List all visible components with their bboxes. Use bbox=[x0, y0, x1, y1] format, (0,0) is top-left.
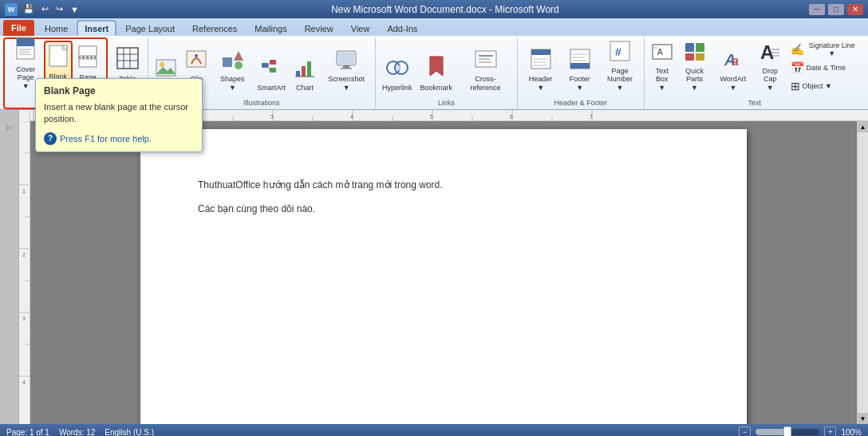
object-label: Object ▼ bbox=[803, 82, 832, 90]
chart-button[interactable]: Chart bbox=[290, 42, 319, 95]
shapes-icon bbox=[221, 48, 243, 73]
text-box-button[interactable]: A TextBox ▼ bbox=[648, 42, 677, 95]
svg-text:3: 3 bbox=[270, 114, 274, 120]
svg-text:2: 2 bbox=[22, 252, 26, 257]
shapes-label: Shapes ▼ bbox=[217, 75, 249, 92]
text-box-icon: A bbox=[651, 40, 673, 65]
tab-review[interactable]: Review bbox=[296, 20, 342, 36]
svg-rect-10 bbox=[117, 48, 138, 69]
header-footer-items: Header ▼ Footer ▼ bbox=[521, 39, 640, 98]
signature-line-label: Signature Line ▼ bbox=[807, 41, 858, 57]
app-icon: W bbox=[5, 3, 18, 16]
redo-qa-button[interactable]: ↪ bbox=[53, 3, 65, 15]
wordart-label: WordArt ▼ bbox=[716, 75, 750, 92]
drop-cap-icon: A bbox=[759, 40, 781, 65]
page-break-icon bbox=[77, 45, 98, 72]
svg-point-16 bbox=[160, 62, 164, 67]
svg-text:A: A bbox=[657, 48, 663, 57]
svg-rect-59 bbox=[685, 53, 694, 61]
hyperlink-button[interactable]: Hyperlink bbox=[379, 42, 416, 95]
close-button[interactable]: ✕ bbox=[847, 4, 863, 15]
shapes-button[interactable]: Shapes ▼ bbox=[213, 42, 253, 95]
tab-view[interactable]: View bbox=[342, 20, 379, 36]
cross-reference-icon bbox=[474, 48, 498, 73]
page-number-button[interactable]: # PageNumber ▼ bbox=[599, 42, 640, 95]
maximize-button[interactable]: □ bbox=[828, 4, 844, 15]
language: English (U.S.) bbox=[105, 428, 154, 437]
tab-add-ins[interactable]: Add-Ins bbox=[378, 20, 426, 36]
cross-reference-label: Cross-reference bbox=[461, 75, 510, 92]
svg-rect-57 bbox=[685, 43, 694, 52]
scrollbar-vertical[interactable]: ▲ ▼ bbox=[857, 121, 868, 424]
chart-icon bbox=[294, 57, 316, 82]
hyperlink-label: Hyperlink bbox=[382, 84, 412, 92]
undo-qa-button[interactable]: ↩ bbox=[39, 3, 51, 15]
signature-line-icon: ✍ bbox=[791, 43, 804, 56]
svg-line-26 bbox=[268, 63, 270, 65]
date-time-label: Date & Time bbox=[807, 64, 846, 72]
svg-text:6: 6 bbox=[510, 114, 513, 120]
zoom-out-button[interactable]: − bbox=[739, 426, 751, 436]
tab-insert[interactable]: Insert bbox=[77, 20, 116, 36]
tab-row: File Home Insert Page Layout References … bbox=[0, 18, 868, 36]
tooltip-help-text[interactable]: Press F1 for more help. bbox=[60, 134, 152, 143]
zoom-in-button[interactable]: + bbox=[824, 426, 836, 436]
window-title: New Microsoft Word Document.docx - Micro… bbox=[331, 4, 559, 15]
svg-text:1: 1 bbox=[22, 188, 26, 194]
svg-rect-25 bbox=[270, 68, 276, 73]
qa-dropdown-button[interactable]: ▼ bbox=[68, 4, 81, 15]
document-area: ◁ 1 2 3 4 ThuthuatOffice hướng dẫn cách … bbox=[0, 121, 868, 424]
document-line1: ThuthuatOffice hướng dẫn cách mở trang m… bbox=[198, 177, 689, 194]
tab-mailings[interactable]: Mailings bbox=[246, 20, 295, 36]
quick-parts-button[interactable]: QuickParts ▼ bbox=[678, 42, 711, 95]
header-button[interactable]: Header ▼ bbox=[521, 42, 560, 95]
tab-page-layout[interactable]: Page Layout bbox=[116, 20, 183, 36]
chart-label: Chart bbox=[296, 84, 314, 92]
page-number-icon: # bbox=[609, 40, 631, 65]
quick-access-toolbar: 💾 ↩ ↪ ▼ bbox=[21, 3, 81, 15]
header-label: Header ▼ bbox=[525, 75, 556, 92]
hyperlink-icon bbox=[385, 57, 409, 82]
wordart-button[interactable]: A a WordArt ▼ bbox=[712, 42, 754, 95]
scroll-down-button[interactable]: ▼ bbox=[858, 413, 869, 424]
screenshot-button[interactable]: Screenshot ▼ bbox=[321, 42, 372, 95]
tab-references[interactable]: References bbox=[183, 20, 246, 36]
quick-parts-label: QuickParts ▼ bbox=[682, 67, 707, 92]
clip-art-icon bbox=[185, 48, 207, 73]
table-icon bbox=[116, 46, 140, 73]
page-scroll-area[interactable]: ThuthuatOffice hướng dẫn cách mở trang m… bbox=[30, 121, 857, 424]
window-controls: ─ □ ✕ bbox=[809, 4, 863, 15]
minimize-button[interactable]: ─ bbox=[809, 4, 825, 15]
footer-button[interactable]: Footer ▼ bbox=[562, 42, 598, 95]
svg-text:5: 5 bbox=[430, 114, 433, 120]
zoom-slider[interactable] bbox=[756, 429, 819, 435]
cover-page-icon bbox=[15, 37, 36, 64]
svg-rect-23 bbox=[262, 63, 268, 68]
signature-line-button[interactable]: ✍ Signature Line ▼ bbox=[787, 41, 862, 58]
object-button[interactable]: ⊞ Object ▼ bbox=[787, 77, 862, 95]
page-info: Page: 1 of 1 bbox=[6, 428, 49, 437]
date-time-button[interactable]: 📅 Date & Time bbox=[787, 59, 862, 77]
bookmark-button[interactable]: Bookmark bbox=[417, 42, 456, 95]
scroll-up-button[interactable]: ▲ bbox=[858, 121, 869, 132]
drop-cap-button[interactable]: A DropCap ▼ bbox=[756, 42, 785, 95]
smartart-label: SmartArt bbox=[257, 84, 286, 92]
group-links: Hyperlink Bookmark bbox=[376, 37, 518, 109]
group-text: A TextBox ▼ Qui bbox=[645, 37, 865, 109]
tab-home[interactable]: Home bbox=[36, 20, 77, 36]
tab-file[interactable]: File bbox=[3, 20, 34, 36]
svg-marker-21 bbox=[234, 51, 243, 61]
footer-label: Footer ▼ bbox=[566, 75, 594, 92]
cross-reference-button[interactable]: Cross-reference bbox=[457, 42, 514, 95]
links-items: Hyperlink Bookmark bbox=[379, 39, 514, 98]
drop-cap-label: DropCap ▼ bbox=[760, 67, 781, 92]
svg-rect-60 bbox=[696, 53, 704, 61]
svg-rect-9 bbox=[79, 59, 97, 67]
ruler-vertical: 1 2 3 4 bbox=[19, 121, 30, 424]
smartart-button[interactable]: SmartArt bbox=[254, 42, 289, 95]
document-page: ThuthuatOffice hướng dẫn cách mở trang m… bbox=[140, 129, 747, 424]
status-bar: Page: 1 of 1 Words: 12 English (U.S.) − … bbox=[0, 424, 868, 436]
screenshot-label: Screenshot ▼ bbox=[325, 75, 368, 92]
save-qa-button[interactable]: 💾 bbox=[21, 3, 37, 15]
page-content: ThuthuatOffice hướng dẫn cách mở trang m… bbox=[198, 177, 689, 218]
